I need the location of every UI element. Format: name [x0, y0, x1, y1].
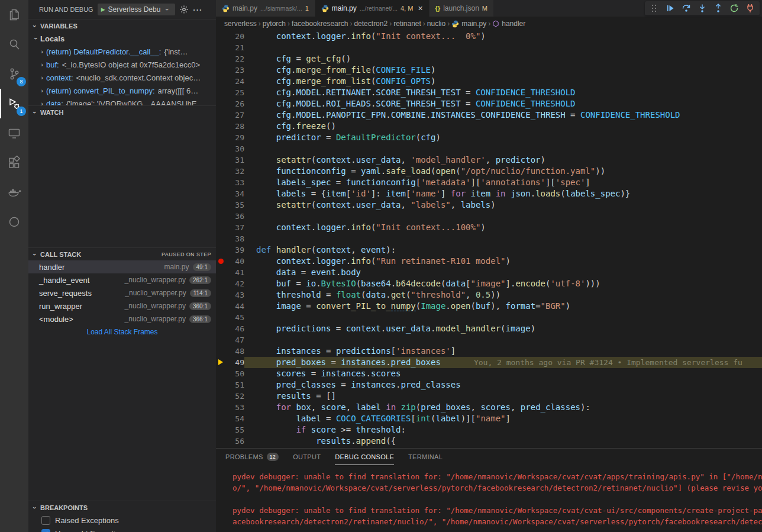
code-line[interactable]: 46 predictions = context.user_data.model… — [216, 323, 762, 334]
breadcrumb-item[interactable]: serverless — [224, 20, 257, 28]
code-line[interactable]: 27 cfg.MODEL.PANOPTIC_FPN.COMBINE.INSTAN… — [216, 109, 762, 121]
variable-row[interactable]: ›(return) DefaultPredictor.__call__:{'in… — [28, 45, 216, 58]
code-line[interactable]: 40 context.logger.info("Run retinanet-R1… — [216, 256, 762, 267]
launch-config-dropdown[interactable]: ▶ Serverless Debu › — [98, 4, 176, 15]
code-line[interactable]: 21 — [216, 42, 762, 53]
variable-row[interactable]: ›(return) convert_PIL_to_numpy:array([[[… — [28, 84, 216, 97]
breakpoint-gutter[interactable] — [216, 31, 227, 42]
continue-icon[interactable] — [666, 4, 675, 13]
code-line[interactable]: 38 — [216, 233, 762, 244]
code-line[interactable]: 22 cfg = get_cfg() — [216, 53, 762, 65]
code-line[interactable]: 50 scores = instances.scores — [216, 368, 762, 379]
breakpoint-gutter[interactable] — [216, 222, 227, 233]
load-all-stack-frames-link[interactable]: Load All Stack Frames — [28, 325, 216, 338]
activity-remote-explorer[interactable] — [0, 118, 28, 148]
code-line[interactable]: 37 context.logger.info("Init context...1… — [216, 222, 762, 233]
breakpoint-gutter[interactable] — [216, 109, 227, 121]
breakpoint-gutter[interactable] — [216, 402, 227, 413]
code-line[interactable]: 45 — [216, 312, 762, 323]
code-line[interactable]: 23 cfg.merge_from_file(CONFIG_FILE) — [216, 65, 762, 76]
checkbox-unchecked-icon[interactable] — [41, 516, 50, 525]
breakpoint-gutter[interactable] — [216, 211, 227, 222]
breakpoint-gutter[interactable] — [216, 424, 227, 436]
breakpoint-gutter[interactable] — [216, 65, 227, 76]
code-line[interactable]: 51 pred_classes = instances.pred_classes — [216, 379, 762, 391]
code-line[interactable]: 35 setattr(context.user_data, "labels", … — [216, 199, 762, 211]
panel-tab-debug-console[interactable]: DEBUG CONSOLE — [335, 449, 394, 465]
breadcrumb-item[interactable]: pytorch — [263, 20, 286, 28]
code-line[interactable]: 24 cfg.merge_from_list(CONFIG_OPTS) — [216, 76, 762, 87]
breakpoint-gutter[interactable] — [216, 121, 227, 132]
code-line[interactable]: 41 data = event.body — [216, 267, 762, 278]
breakpoints-section-header[interactable]: › BREAKPOINTS — [28, 501, 216, 514]
panel-tab-problems[interactable]: PROBLEMS12 — [225, 449, 279, 465]
scope-locals[interactable]: › Locals — [28, 32, 216, 45]
activity-explorer[interactable] — [0, 0, 28, 30]
breadcrumb-item[interactable]: handler — [492, 20, 525, 28]
call-stack-section-header[interactable]: › CALL STACK PAUSED ON STEP — [28, 247, 216, 260]
breakpoint-gutter[interactable] — [216, 199, 227, 211]
debug-console-output[interactable]: pydev debugger: unable to find translati… — [216, 465, 762, 532]
code-line[interactable]: 28 cfg.freeze() — [216, 121, 762, 132]
breakpoint-gutter[interactable] — [216, 256, 227, 267]
breakpoint-gutter[interactable] — [216, 289, 227, 301]
breakpoint-gutter[interactable] — [216, 323, 227, 334]
code-line[interactable]: 31 setattr(context.user_data, 'model_han… — [216, 154, 762, 166]
breakpoint-gutter[interactable] — [216, 357, 227, 368]
breakpoint-gutter[interactable] — [216, 244, 227, 256]
breakpoint-gutter[interactable] — [216, 278, 227, 289]
breadcrumb-item[interactable]: retinanet — [393, 20, 421, 28]
disconnect-icon[interactable] — [745, 4, 755, 13]
stack-frame[interactable]: serve_requests_nuclio_wrapper.py114:1 — [28, 286, 216, 299]
breakpoint-gutter[interactable] — [216, 98, 227, 109]
breakpoint-gutter[interactable] — [216, 436, 227, 447]
code-editor[interactable]: 20 context.logger.info("Init context... … — [216, 31, 762, 448]
stack-frame[interactable]: handlermain.py49:1 — [28, 260, 216, 273]
breakpoint-gutter[interactable] — [216, 42, 227, 53]
more-actions-icon[interactable]: ··· — [193, 5, 202, 14]
breakpoint-gutter[interactable] — [216, 312, 227, 323]
code-line[interactable]: 33 labels_spec = functionconfig['metadat… — [216, 177, 762, 188]
grip-icon[interactable] — [650, 4, 659, 13]
editor-tab[interactable]: main.py.../retinanet/...4, M× — [315, 0, 430, 17]
breakpoint-gutter[interactable] — [216, 154, 227, 166]
step-into-icon[interactable] — [698, 4, 707, 13]
editor-tab[interactable]: {}launch.jsonM — [430, 0, 494, 17]
breakpoint-row[interactable]: Raised Exceptions — [28, 514, 216, 527]
code-line[interactable]: 47 — [216, 334, 762, 346]
code-line[interactable]: 53 for box, score, label in zip(pred_box… — [216, 402, 762, 413]
code-line[interactable]: 32 functionconfig = yaml.safe_load(open(… — [216, 166, 762, 177]
panel-tab-output[interactable]: OUTPUT — [293, 449, 321, 465]
breakpoint-gutter[interactable] — [216, 346, 227, 357]
code-line[interactable]: 52 results = [] — [216, 391, 762, 402]
breadcrumb-item[interactable]: detectron2 — [354, 20, 388, 28]
code-line[interactable]: 48 instances = predictions['instances'] — [216, 346, 762, 357]
variables-section-header[interactable]: › VARIABLES — [28, 19, 216, 32]
step-over-icon[interactable] — [682, 4, 691, 13]
breakpoint-gutter[interactable] — [216, 267, 227, 278]
activity-circle-plugin[interactable] — [0, 207, 28, 237]
breakpoint-gutter[interactable] — [216, 379, 227, 391]
code-line[interactable]: 43 threshold = float(data.get("threshold… — [216, 289, 762, 301]
code-line[interactable]: 20 context.logger.info("Init context... … — [216, 31, 762, 42]
code-line[interactable]: 54 label = COCO_CATEGORIES[int(label)]["… — [216, 413, 762, 424]
stack-frame[interactable]: <module>_nuclio_wrapper.py366:1 — [28, 312, 216, 325]
code-line[interactable]: 55 if score >= threshold: — [216, 424, 762, 436]
checkbox-checked-icon[interactable]: ✓ — [41, 529, 50, 532]
breadcrumb-item[interactable]: main.py — [451, 20, 486, 28]
activity-extensions[interactable] — [0, 148, 28, 178]
close-icon[interactable]: × — [418, 4, 422, 13]
code-line[interactable]: 49 pred_boxes = instances.pred_boxesYou,… — [216, 357, 762, 368]
breakpoint-gutter[interactable] — [216, 368, 227, 379]
stack-frame[interactable]: _handle_event_nuclio_wrapper.py262:1 — [28, 273, 216, 286]
code-line[interactable]: 34 labels = {item['id']: item['name'] fo… — [216, 188, 762, 199]
breadcrumb-item[interactable]: facebookresearch — [292, 20, 348, 28]
breakpoint-gutter[interactable] — [216, 177, 227, 188]
breakpoint-gutter[interactable] — [216, 166, 227, 177]
code-line[interactable]: 25 cfg.MODEL.RETINANET.SCORE_THRESH_TEST… — [216, 87, 762, 98]
code-line[interactable]: 56 results.append({ — [216, 436, 762, 447]
breakpoint-gutter[interactable] — [216, 53, 227, 65]
code-line[interactable]: 30 — [216, 143, 762, 154]
code-line[interactable]: 39def handler(context, event): — [216, 244, 762, 256]
activity-source-control[interactable]: 8 — [0, 59, 28, 89]
